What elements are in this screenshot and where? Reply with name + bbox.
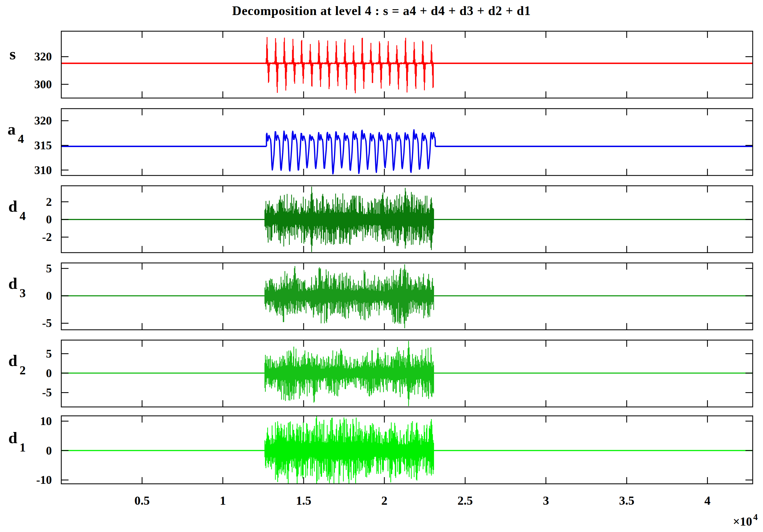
- d2-ytick-label: -5: [42, 386, 52, 399]
- s-waveform: [265, 37, 433, 93]
- a4-ytick-label: 310: [34, 164, 52, 176]
- x-tick-label: 1: [220, 494, 226, 507]
- s-ytick-label: 320: [34, 50, 52, 63]
- panel-label-d3: d3: [8, 275, 26, 299]
- x-tick-label: 3.5: [619, 494, 634, 507]
- d4-ytick-label: -2: [42, 231, 52, 244]
- panel-label-d2: d2: [8, 353, 26, 376]
- x-tick-label: 4: [705, 494, 710, 507]
- a4-frame: [61, 109, 753, 175]
- d1-ytick-label: 10: [40, 415, 52, 428]
- x-axis-labels: 0.511.522.533.54: [135, 494, 710, 507]
- x-tick-label: 2: [382, 494, 387, 507]
- d2-waveform: [265, 341, 434, 406]
- panel-label-d4: d4: [8, 198, 26, 222]
- a4-ytick-label: 315: [34, 139, 52, 152]
- panel-d2: 50-5: [42, 340, 753, 407]
- x-tick-label: 2.5: [457, 494, 473, 507]
- d4-waveform: [265, 187, 434, 252]
- d2-ytick-label: 5: [46, 347, 52, 360]
- panel-label-s: s: [10, 46, 18, 70]
- a4-waveform: [267, 130, 435, 174]
- d3-waveform: [265, 264, 434, 328]
- panel-label-a4: a4: [8, 121, 24, 145]
- d2-ytick-label: 0: [46, 367, 52, 379]
- d4-ytick-label: 2: [46, 195, 52, 208]
- x-tick-label: 0.5: [135, 494, 150, 507]
- panel-d1: 100-10: [36, 415, 753, 486]
- x-tick-label: 3: [543, 494, 549, 507]
- panel-d4: 20-2: [42, 186, 753, 253]
- panel-d3: 50-5: [42, 262, 753, 330]
- s-ytick-label: 300: [34, 78, 52, 91]
- d3-ytick-label: 0: [46, 289, 52, 302]
- decomposition-plot-canvas: 32030032031531020-250-550-5100-100.511.5…: [0, 0, 763, 532]
- d1-waveform: [265, 416, 434, 484]
- a4-ytick-label: 320: [34, 114, 52, 127]
- x-tick-label: 1.5: [296, 494, 311, 507]
- x-axis-exponent: ×104: [702, 512, 758, 529]
- wavelet-decomposition-figure: Decomposition at level 4 : s = a4 + d4 +…: [0, 0, 763, 532]
- panel-s: 320300: [34, 31, 753, 98]
- d1-ytick-label: -10: [36, 474, 52, 486]
- panel-a4: 320315310: [34, 109, 753, 176]
- d1-ytick-label: 0: [46, 444, 52, 457]
- d3-ytick-label: 5: [46, 262, 52, 275]
- d4-ytick-label: 0: [46, 213, 52, 226]
- d3-ytick-label: -5: [42, 317, 52, 330]
- panel-label-d1: d1: [8, 430, 26, 454]
